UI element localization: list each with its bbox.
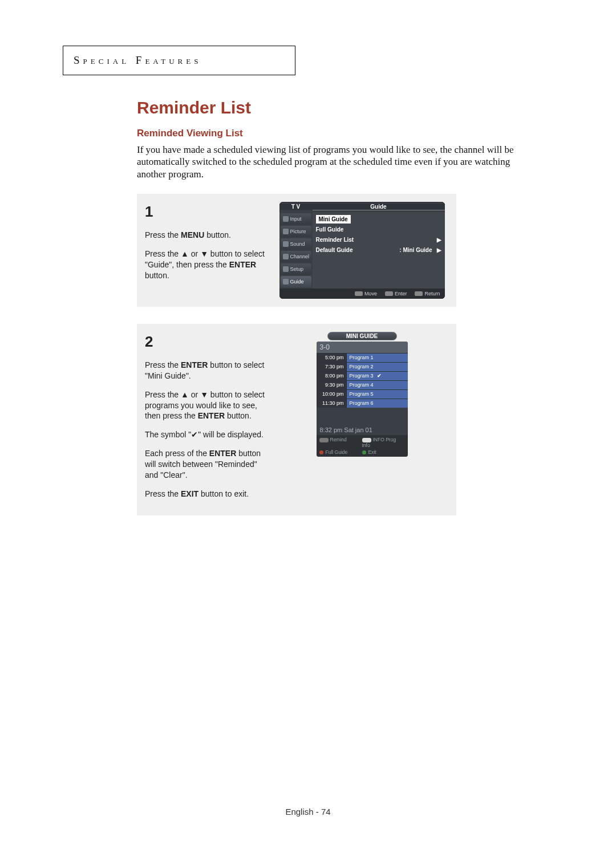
step-1-line-2: Press the or button to select "Guide", t… [145,249,268,281]
up-arrow-icon [181,249,189,258]
mini-guide-body: 3-0 5:00 pmProgram 1 7:30 pmProgram 2 8:… [317,342,408,457]
step-2: 2 Press the ENTER button to select "Mini… [137,324,456,515]
osd-hint-enter: Enter [385,291,407,296]
step-2-text: 2 Press the ENTER button to select "Mini… [145,332,268,507]
step-1-screenshot: T V Guide Input Picture Sound Channel Se… [275,202,448,299]
osd-side-input[interactable]: Input [281,213,311,225]
full-guide-hint: Full Guide [319,449,362,455]
section-heading-box: Special Features [63,46,295,75]
remind-hint: Remind [319,437,362,448]
osd-row-mini-guide[interactable]: Mini Guide [316,214,441,225]
osd-header-left: T V [279,204,313,210]
osd-row-reminder-list[interactable]: Reminder List▶ [316,235,441,245]
mini-guide-row[interactable]: 11:30 pmProgram 6 [317,399,408,408]
mini-guide-title: MINI GUIDE [327,332,397,340]
step-1-text: 1 Press the MENU button. Press the or bu… [145,202,268,299]
step-1-line-1: Press the MENU button. [145,230,268,241]
prog-info-hint: INFO Prog Info [362,437,405,448]
mini-guide-row[interactable]: 10:00 pmProgram 5 [317,389,408,399]
step-2-line-5: Press the EXIT button to exit. [145,489,268,499]
mini-guide-row[interactable]: 9:30 pmProgram 4 [317,380,408,389]
chevron-right-icon: ▶ [437,247,441,253]
up-arrow-icon [181,390,189,399]
setup-icon [283,266,289,272]
tv-osd-menu: T V Guide Input Picture Sound Channel Se… [279,202,445,299]
mini-guide-clock: 8:32 pm Sat jan 01 [317,425,408,435]
osd-side-sound[interactable]: Sound [281,238,311,250]
mini-guide-row[interactable]: 8:00 pmProgram 3✔ [317,371,408,380]
page-title: Reminder List [137,98,548,117]
step-1: 1 Press the MENU button. Press the or bu… [137,194,456,307]
mini-guide-list: 5:00 pmProgram 1 7:30 pmProgram 2 8:00 p… [317,353,408,408]
step-1-number: 1 [145,202,268,222]
channel-icon [283,254,289,259]
manual-page: Special Features Reminder List Reminded … [0,0,616,845]
chevron-right-icon: ▶ [437,237,441,243]
osd-footer: Move Enter Return [279,289,445,299]
steps-container: 1 Press the MENU button. Press the or bu… [137,194,456,515]
sound-icon [283,241,289,247]
mini-guide-row[interactable]: 7:30 pmProgram 2 [317,362,408,371]
guide-icon [283,279,289,285]
osd-main-panel: Mini Guide Full Guide Reminder List▶ Def… [313,212,445,289]
mini-guide-row[interactable]: 5:00 pmProgram 1 [317,353,408,362]
step-2-line-1: Press the ENTER button to select "Mini G… [145,360,268,381]
intro-paragraph: If you have made a scheduled viewing lis… [137,144,530,180]
section-heading: Special Features [74,54,201,66]
step-2-line-4: Each press of the ENTER button will swit… [145,448,268,481]
osd-body: Input Picture Sound Channel Setup Guide … [279,212,445,289]
step-2-screenshot: MINI GUIDE 3-0 5:00 pmProgram 1 7:30 pmP… [275,332,448,507]
osd-side-setup[interactable]: Setup [281,263,311,275]
page-subtitle: Reminded Viewing List [137,128,548,139]
check-icon: ✔ [377,373,382,379]
mini-guide-panel: MINI GUIDE 3-0 5:00 pmProgram 1 7:30 pmP… [317,332,408,457]
osd-hint-return: Return [415,291,440,296]
osd-header-right: Guide [313,204,445,210]
step-2-line-2: Press the or button to select programs y… [145,389,268,422]
osd-hint-move: Move [355,291,377,296]
osd-side-guide[interactable]: Guide [281,276,311,287]
picture-icon [283,229,289,234]
exit-hint: Exit [362,449,405,455]
osd-row-default-guide[interactable]: Default Guide: Mini Guide▶ [316,245,441,255]
step-2-line-3: The symbol "✔" will be displayed. [145,429,268,440]
down-arrow-icon [200,249,208,258]
osd-sidebar: Input Picture Sound Channel Setup Guide [279,212,313,289]
step-2-number: 2 [145,332,268,352]
page-number: English - 74 [0,807,616,816]
down-arrow-icon [200,390,208,399]
mini-guide-channel: 3-0 [317,342,408,353]
osd-row-full-guide[interactable]: Full Guide [316,225,441,235]
mini-guide-footer: Remind INFO Prog Info Full Guide Exit [317,435,408,457]
osd-side-channel[interactable]: Channel [281,251,311,262]
osd-header: T V Guide [279,202,445,212]
osd-side-picture[interactable]: Picture [281,226,311,237]
input-icon [283,216,289,222]
mini-guide-spacer [317,408,408,425]
